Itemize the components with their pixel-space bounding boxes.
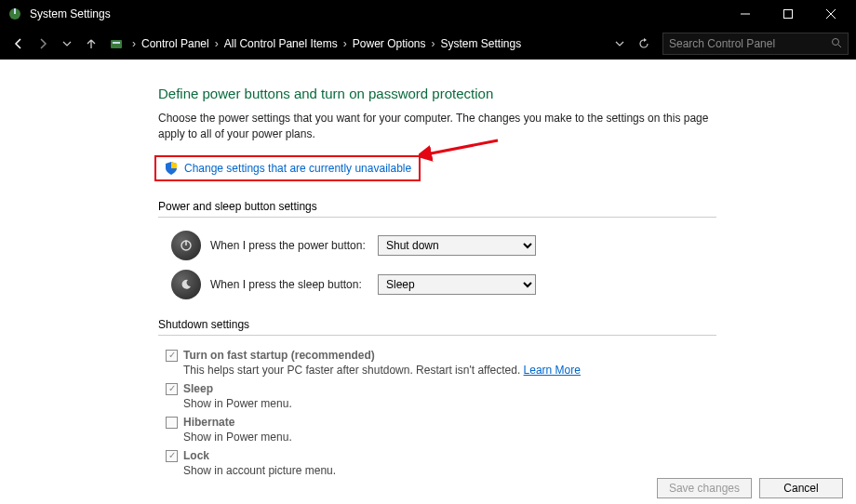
breadcrumb-item[interactable]: Power Options — [349, 35, 430, 52]
lock-label: Lock — [183, 449, 336, 462]
cancel-button[interactable]: Cancel — [759, 478, 843, 498]
chevron-right-icon: › — [132, 37, 136, 50]
shutdown-settings-list: Turn on fast startup (recommended) This … — [166, 349, 837, 477]
lock-desc: Show in account picture menu. — [183, 464, 336, 477]
refresh-button[interactable] — [633, 33, 655, 55]
breadcrumb-item[interactable]: All Control Panel Items — [221, 35, 341, 52]
chevron-right-icon: › — [343, 37, 347, 50]
search-placeholder: Search Control Panel — [669, 37, 831, 50]
lock-row: Lock Show in account picture menu. — [166, 449, 837, 477]
power-button-select[interactable]: Shut down — [378, 235, 536, 256]
window-title: System Settings — [30, 7, 724, 20]
app-icon — [7, 7, 22, 21]
section-label-shutdown: Shutdown settings — [158, 318, 837, 331]
page-heading: Define power buttons and turn on passwor… — [158, 86, 837, 101]
content-pane: Define power buttons and turn on passwor… — [0, 60, 856, 477]
divider — [158, 217, 716, 218]
breadcrumb-item[interactable]: Control Panel — [138, 35, 213, 52]
hibernate-checkbox[interactable] — [166, 417, 178, 429]
search-icon — [831, 37, 842, 51]
sleep-row: Sleep Show in Power menu. — [166, 382, 837, 410]
close-button[interactable] — [809, 0, 852, 28]
change-settings-link-row: Change settings that are currently unava… — [154, 155, 421, 181]
page-intro: Choose the power settings that you want … — [158, 111, 716, 142]
breadcrumb: › Control Panel › All Control Panel Item… — [130, 33, 603, 55]
fast-startup-desc: This helps start your PC faster after sh… — [183, 364, 581, 377]
sleep-button-row: When I press the sleep button: Sleep — [171, 270, 837, 299]
svg-rect-6 — [111, 40, 122, 48]
maximize-button[interactable] — [767, 0, 809, 28]
breadcrumb-item[interactable]: System Settings — [436, 35, 525, 52]
hibernate-label: Hibernate — [183, 416, 292, 429]
path-dropdown-button[interactable] — [609, 33, 631, 55]
divider — [158, 335, 716, 336]
forward-button[interactable] — [32, 33, 54, 55]
search-input[interactable]: Search Control Panel — [662, 33, 849, 55]
power-icon — [171, 231, 201, 260]
svg-rect-3 — [784, 10, 793, 19]
learn-more-link[interactable]: Learn More — [524, 364, 581, 377]
power-button-label: When I press the power button: — [210, 239, 378, 252]
fast-startup-label: Turn on fast startup (recommended) — [183, 349, 581, 362]
change-settings-link[interactable]: Change settings that are currently unava… — [184, 162, 411, 175]
up-button[interactable] — [80, 33, 102, 55]
recent-locations-button[interactable] — [56, 33, 78, 55]
chevron-right-icon: › — [431, 37, 435, 50]
svg-point-8 — [833, 38, 839, 45]
sleep-desc: Show in Power menu. — [183, 397, 292, 410]
minimize-button[interactable] — [724, 0, 767, 28]
sleep-label: Sleep — [183, 382, 292, 395]
fast-startup-row: Turn on fast startup (recommended) This … — [166, 349, 837, 377]
navbar: › Control Panel › All Control Panel Item… — [0, 28, 856, 60]
svg-rect-1 — [14, 8, 16, 14]
svg-line-9 — [838, 45, 841, 47]
chevron-right-icon: › — [215, 37, 219, 50]
sleep-checkbox[interactable] — [166, 383, 178, 395]
shield-icon — [164, 161, 179, 176]
svg-line-10 — [426, 140, 498, 154]
hibernate-desc: Show in Power menu. — [183, 431, 292, 444]
section-label-power-sleep: Power and sleep button settings — [158, 200, 837, 213]
power-button-row: When I press the power button: Shut down — [171, 231, 837, 260]
titlebar: System Settings — [0, 0, 856, 28]
fast-startup-checkbox[interactable] — [166, 350, 178, 362]
sleep-icon — [171, 270, 201, 299]
path-icon — [108, 35, 125, 52]
footer-buttons: Save changes Cancel — [657, 478, 843, 498]
save-button[interactable]: Save changes — [657, 478, 752, 498]
lock-checkbox[interactable] — [166, 450, 178, 462]
svg-rect-7 — [113, 42, 120, 44]
sleep-button-label: When I press the sleep button: — [210, 278, 378, 291]
sleep-button-select[interactable]: Sleep — [378, 274, 536, 295]
hibernate-row: Hibernate Show in Power menu. — [166, 416, 837, 444]
back-button[interactable] — [7, 33, 30, 55]
annotation-arrow — [419, 138, 502, 175]
